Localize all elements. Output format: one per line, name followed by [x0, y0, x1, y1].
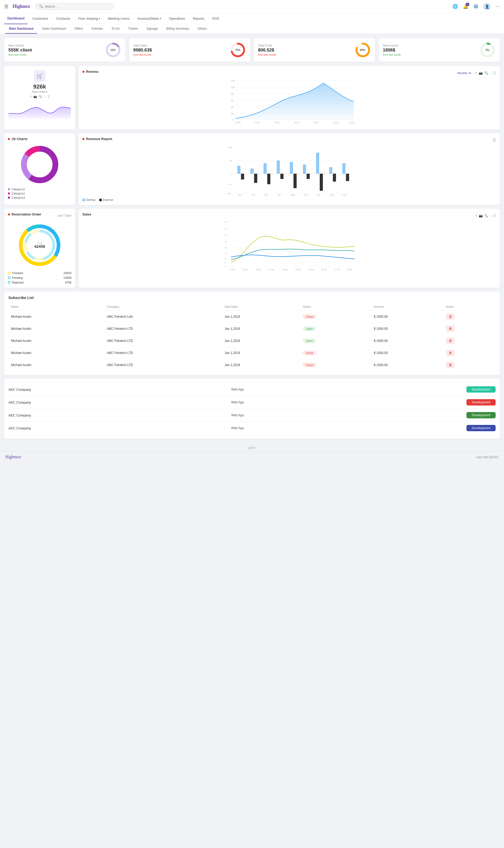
svg-text:0: 0 — [225, 266, 226, 268]
cell-action[interactable]: 🗑 — [443, 311, 496, 323]
globe-icon[interactable]: 🌐 — [453, 4, 458, 9]
tab-billing-summary[interactable]: Billing Summary — [163, 24, 193, 34]
tab-sales-dashboard[interactable]: Sales Dashboard — [38, 24, 70, 34]
rejected-dot — [8, 281, 11, 284]
rev-report-menu-icon[interactable]: ☰ — [492, 138, 496, 143]
svg-rect-51 — [280, 174, 284, 179]
stat-value-new-invoice: 1806$ — [383, 48, 476, 53]
delete-button[interactable]: 🗑 — [446, 349, 455, 356]
nav-item-contracts[interactable]: Contracts — [53, 13, 73, 24]
bell-icon[interactable]: 🔔 1 — [463, 4, 468, 9]
revenue-header: Revenu Monthly Weekly Daily ↺ 📷 🔍 ⌂ ☰ — [83, 70, 496, 76]
status-badge: Close — [303, 363, 316, 367]
list-icon[interactable]: ☰ — [493, 71, 496, 75]
home-icon[interactable]: ⌂ — [490, 71, 492, 75]
col-status: Status — [300, 303, 371, 311]
revenue-report-header: Revenue Report ☰ — [83, 137, 496, 143]
nav-item-reports[interactable]: Reports — [190, 13, 208, 24]
svg-text:16 Nov: 16 Nov — [308, 269, 314, 271]
home-icon[interactable]: ⌂ — [490, 214, 492, 218]
tab-main-dashboard[interactable]: Main Dashboard — [5, 24, 37, 34]
orders-card: 🛒 926k New Orders ↺ 📷 🔍 ⌂ ☰ — [4, 66, 75, 129]
nav-item-meeting-rooms[interactable]: Meeting rooms — [105, 13, 133, 24]
svg-text:15: 15 — [225, 252, 227, 254]
zoom-icon[interactable]: 🔍 — [484, 71, 488, 75]
cell-name: Michael Austin — [8, 323, 104, 335]
user-avatar[interactable]: 👤 — [483, 3, 491, 10]
svg-text:0: 0 — [232, 119, 233, 121]
nav-item-pos[interactable]: POS — [209, 13, 222, 24]
dev-product: Web App — [161, 400, 314, 404]
nav-item-customers[interactable]: Customers — [29, 13, 51, 24]
footer-logo: Highmox — [5, 455, 21, 459]
menu-dots-icon[interactable]: ⋯ — [495, 4, 500, 9]
camera-icon[interactable]: 📷 — [33, 95, 37, 98]
nav-item-dashboard[interactable]: Dashboard — [4, 13, 28, 24]
svg-text:01:00: 01:00 — [255, 121, 260, 124]
svg-rect-59 — [333, 174, 336, 181]
svg-rect-58 — [329, 167, 332, 174]
delete-button[interactable]: 🗑 — [446, 313, 455, 320]
delete-button[interactable]: 🗑 — [446, 325, 455, 332]
list-icon[interactable]: ☰ — [47, 95, 50, 98]
stat-chart-new-invoice: 5% — [479, 42, 496, 58]
cell-action[interactable]: 🗑 — [443, 359, 496, 371]
tab-others[interactable]: Others — [194, 24, 211, 34]
legend-item-cat3: Category3 — [8, 196, 71, 199]
svg-rect-61 — [346, 174, 349, 181]
zoom-icon[interactable]: 🔍 — [39, 95, 42, 98]
dev-project-row: AEC Company Web App Development — [8, 383, 496, 396]
row-orders-revenue: 🛒 926k New Orders ↺ 📷 🔍 ⌂ ☰ — [4, 66, 500, 129]
nav-item-invoices[interactable]: Invoices/Debts▾ — [134, 13, 164, 24]
svg-text:14 Jun: 14 Jun — [269, 269, 274, 271]
stat-label-new-clients: New Clients — [8, 44, 101, 47]
bar-earning-jan — [237, 166, 240, 174]
refresh-icon[interactable]: ↺ — [474, 214, 477, 218]
cell-action[interactable]: 🗑 — [443, 323, 496, 335]
search-bar[interactable]: 🔍 — [35, 3, 114, 10]
stat-chart-total-profit: 80% — [355, 42, 371, 58]
zoom-icon[interactable]: 🔍 — [484, 214, 488, 218]
sales-chart-title: Sales — [83, 212, 91, 216]
search-input[interactable] — [45, 5, 110, 8]
svg-text:30: 30 — [225, 235, 227, 236]
svg-text:23 Apr: 23 Apr — [256, 269, 261, 271]
svg-rect-53 — [293, 174, 296, 188]
cell-startdate: Jan 1,2019 — [222, 311, 300, 323]
svg-text:05:00: 05:00 — [334, 121, 339, 124]
col-startdate: Start Date — [222, 303, 300, 311]
list-icon[interactable]: ☰ — [493, 214, 496, 218]
refresh-icon[interactable]: ↺ — [30, 95, 32, 98]
svg-text:100: 100 — [231, 86, 235, 89]
delete-button[interactable]: 🗑 — [446, 338, 455, 344]
cell-action[interactable]: 🗑 — [443, 335, 496, 347]
svg-text:35: 35 — [225, 228, 227, 230]
delete-button[interactable]: 🗑 — [446, 362, 455, 368]
tab-activites[interactable]: Activites — [88, 24, 107, 34]
nav-item-operations[interactable]: Operations — [166, 13, 188, 24]
finished-dot — [8, 272, 11, 274]
nav-item-floor-drawing[interactable]: Floor drawing▾ — [75, 13, 103, 24]
tab-tickets[interactable]: Tickets — [124, 24, 142, 34]
svg-text:29 Apr: 29 Apr — [347, 269, 353, 271]
svg-text:27 Feb: 27 Feb — [335, 269, 340, 271]
cell-action[interactable]: 🗑 — [443, 347, 496, 359]
tab-offers[interactable]: Offers — [71, 24, 86, 34]
red-dot-res — [8, 213, 10, 215]
dev-badge: Development — [466, 425, 496, 431]
home-icon[interactable]: ⌂ — [44, 95, 46, 98]
svg-text:-50: -50 — [228, 183, 232, 186]
svg-text:July: July — [317, 194, 320, 196]
svg-text:-100: -100 — [227, 192, 231, 195]
period-select[interactable]: Monthly Weekly Daily — [456, 71, 472, 75]
tab-signage[interactable]: Signage — [143, 24, 162, 34]
tab-todo[interactable]: To Do — [108, 24, 123, 34]
refresh-icon[interactable]: ↺ — [474, 71, 477, 75]
gear-icon[interactable]: ⚙️ — [473, 4, 479, 9]
hamburger-icon[interactable]: ☰ — [4, 4, 8, 10]
camera-icon[interactable]: 📷 — [479, 71, 483, 75]
subscribe-table: Name Company Start Date Status Amount Ac… — [8, 303, 496, 371]
camera-icon[interactable]: 📷 — [479, 214, 483, 218]
cell-name: Michael Austin — [8, 347, 104, 359]
cell-status: Close — [300, 311, 371, 323]
